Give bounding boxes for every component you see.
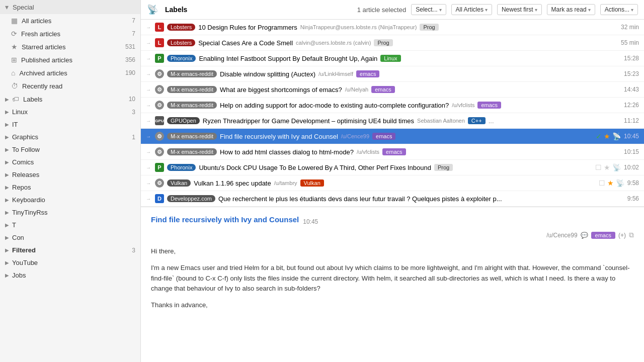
article-author: Sebastian Aaltonen xyxy=(417,118,465,124)
sidebar-group-it[interactable]: ▶ IT xyxy=(0,118,140,131)
detail-plus: (+) xyxy=(618,232,626,239)
sidebar-group-to-follow[interactable]: ▶ To Follow xyxy=(0,143,140,156)
sidebar-group-graphics[interactable]: ▶ Graphics 1 xyxy=(0,131,140,143)
article-arrow-icon: → xyxy=(146,134,152,139)
sidebar-group-count: 3 xyxy=(132,247,135,254)
article-author: NinjaTrappeur@users.lobste.rs (NinjaTrap… xyxy=(300,24,417,30)
sidebar-group-tinytinyrss[interactable]: ▶ TinyTinyRss xyxy=(0,206,140,219)
detail-body-p3: Thanks in advance, xyxy=(151,300,634,311)
check-icon[interactable]: ☐ xyxy=(599,179,605,187)
special-icon: ▾ xyxy=(5,3,9,11)
sidebar-item-fresh-articles[interactable]: ⟳ Fresh articles 7 xyxy=(0,27,140,40)
article-content: What are biggest shortcomings of emacs? … xyxy=(220,86,621,94)
article-content: Vulkan 1.1.96 spec update /u/tambry Vulk… xyxy=(194,179,595,187)
sidebar-group-filtered[interactable]: ▶ Filtered 3 xyxy=(0,244,140,256)
newest-first-button[interactable]: Newest first ▾ xyxy=(497,4,542,15)
sidebar-group-label-text: Comics xyxy=(12,158,135,166)
mark-as-read-button[interactable]: Mark as read ▾ xyxy=(547,4,595,15)
rss-icon[interactable]: 📡 xyxy=(612,132,621,140)
article-tag: emacs xyxy=(371,86,394,93)
sidebar-group-repos[interactable]: ▶ Repos xyxy=(0,181,140,194)
table-row[interactable]: → ⚙ M-x emacs-reddit Help on adding supp… xyxy=(141,98,644,113)
all-articles-button[interactable]: All Articles ▾ xyxy=(451,4,492,15)
table-row[interactable]: → L Lobsters 10 Design Rules for Program… xyxy=(141,20,644,35)
table-row[interactable]: → GPU GPUOpen Ryzen Threadripper for Gam… xyxy=(141,113,644,129)
sidebar-group-releases[interactable]: ▶ Releases xyxy=(0,168,140,181)
table-row[interactable]: → ⚙ M-x emacs-reddit Find file recursive… xyxy=(141,129,644,144)
table-row[interactable]: → P Phoronix Ubuntu's Dock CPU Usage To … xyxy=(141,160,644,175)
feed-badge: M-x emacs-reddit xyxy=(167,148,217,155)
article-content: Ryzen Threadripper for Game Development … xyxy=(203,117,621,125)
article-tag: Prog xyxy=(374,39,392,46)
article-author: /u/vfclists xyxy=(357,149,379,155)
feed-badge: M-x emacs-reddit xyxy=(167,133,217,140)
sidebar-group-count: 1 xyxy=(132,134,135,141)
detail-title[interactable]: Find file recursively with Ivy and Couns… xyxy=(151,215,299,224)
source-icon: ⚙ xyxy=(155,178,164,188)
sidebar-group-label-text: Keyboardio xyxy=(12,196,135,204)
article-tag: Prog xyxy=(434,164,453,171)
releases-arrow-icon: ▶ xyxy=(5,172,9,177)
detail-copy-icon[interactable]: ⧉ xyxy=(629,231,634,239)
sidebar-group-con[interactable]: ▶ Con xyxy=(0,231,140,244)
detail-author: /u/Cence99 xyxy=(546,232,577,239)
actions-button[interactable]: Actions... ▾ xyxy=(600,4,638,15)
check-icon[interactable]: ☐ xyxy=(595,163,602,171)
sidebar-item-label: All articles xyxy=(22,17,132,25)
article-author: calvin@users.lobste.rs (calvin) xyxy=(296,40,371,46)
actions-arrow-icon: ▾ xyxy=(631,7,633,13)
sidebar-labels-group[interactable]: ▶ 🏷 Labels 10 xyxy=(0,93,140,106)
table-row[interactable]: → ⚙ M-x emacs-reddit How to add html cla… xyxy=(141,144,644,160)
sidebar: ▾ Special ▦ All articles 7 ⟳ Fresh artic… xyxy=(0,0,141,362)
sidebar-group-jobs[interactable]: ▶ Jobs xyxy=(0,269,140,282)
table-row[interactable]: → ⚙ M-x emacs-reddit What are biggest sh… xyxy=(141,82,644,98)
article-content: How to add html classes dialog to html-m… xyxy=(220,148,621,156)
main-panel: 📡 Labels 1 article selected Select... ▾ … xyxy=(141,0,644,362)
header-title: Labels xyxy=(165,6,187,14)
detail-body-p1: Hi there, xyxy=(151,246,634,257)
sidebar-group-t[interactable]: ▶ T xyxy=(0,219,140,231)
detail-body: Hi there, I'm a new Emacs user and tried… xyxy=(151,246,634,311)
article-title: Ryzen Threadripper for Game Development … xyxy=(203,117,414,125)
article-content: Find file recursively with Ivy and Couns… xyxy=(220,133,593,140)
article-author: /u/Cence99 xyxy=(341,133,369,139)
article-time: 55 min xyxy=(621,39,639,46)
table-row[interactable]: → D Developpez.com Que recherchent le pl… xyxy=(141,191,644,207)
article-title: Find file recursively with Ivy and Couns… xyxy=(220,133,338,140)
article-arrow-icon: → xyxy=(146,40,152,46)
sidebar-group-linux[interactable]: ▶ Linux 3 xyxy=(0,106,140,118)
rss-icon[interactable]: 📡 xyxy=(612,163,621,171)
sidebar-item-published-articles[interactable]: ⊞ Published articles 356 xyxy=(0,53,140,66)
article-title: How to add html classes dialog to html-m… xyxy=(220,148,354,156)
sidebar-item-count: 7 xyxy=(132,17,135,24)
sidebar-item-all-articles[interactable]: ▦ All articles 7 xyxy=(0,14,140,27)
sidebar-group-comics[interactable]: ▶ Comics xyxy=(0,156,140,168)
check-icon[interactable]: ✓ xyxy=(596,132,602,140)
sidebar-special-header[interactable]: ▾ Special xyxy=(0,0,140,14)
sidebar-group-youtube[interactable]: ▶ YouTube xyxy=(0,256,140,269)
feed-badge: Lobsters xyxy=(167,24,195,31)
table-row[interactable]: → P Phoronix Enabling Intel Fastboot Sup… xyxy=(141,51,644,66)
sidebar-group-keyboardio[interactable]: ▶ Keyboardio xyxy=(0,194,140,206)
feed-badge: Lobsters xyxy=(167,39,195,46)
sidebar-item-recently-read[interactable]: ⏱ Recently read xyxy=(0,79,140,93)
table-row[interactable]: → ⚙ M-x emacs-reddit Disable window spli… xyxy=(141,66,644,82)
table-row[interactable]: → ⚙ Vulkan Vulkan 1.1.96 spec update /u/… xyxy=(141,175,644,191)
source-icon: P xyxy=(155,54,164,63)
rss-icon[interactable]: 📡 xyxy=(616,179,624,187)
feed-badge: M-x emacs-reddit xyxy=(167,102,217,109)
star-icon[interactable]: ★ xyxy=(604,163,610,171)
sidebar-item-starred-articles[interactable]: ★ Starred articles 531 xyxy=(0,40,140,53)
starred-articles-icon: ★ xyxy=(11,43,18,51)
select-button[interactable]: Select... ▾ xyxy=(411,4,446,15)
article-arrow-icon: → xyxy=(146,25,152,30)
article-author: /u/tambry xyxy=(274,180,297,186)
article-title: Special Cases Are a Code Smell xyxy=(198,39,293,47)
article-list: → L Lobsters 10 Design Rules for Program… xyxy=(141,20,644,207)
it-arrow-icon: ▶ xyxy=(5,122,9,127)
source-icon: ⚙ xyxy=(155,132,164,141)
table-row[interactable]: → L Lobsters Special Cases Are a Code Sm… xyxy=(141,35,644,51)
sidebar-item-archived-articles[interactable]: ⌂ Archived articles 190 xyxy=(0,66,140,79)
star-icon[interactable]: ★ xyxy=(607,179,614,187)
star-icon[interactable]: ★ xyxy=(604,132,610,140)
